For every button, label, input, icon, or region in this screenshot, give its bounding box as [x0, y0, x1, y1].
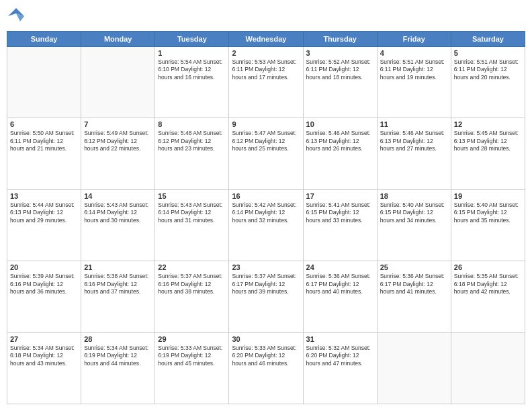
calendar-cell — [377, 332, 451, 404]
day-info: Sunrise: 5:45 AM Sunset: 6:13 PM Dayligh… — [454, 130, 522, 152]
calendar-cell: 27Sunrise: 5:34 AM Sunset: 6:18 PM Dayli… — [7, 332, 81, 404]
day-header-monday: Monday — [81, 32, 155, 47]
day-info: Sunrise: 5:38 AM Sunset: 6:16 PM Dayligh… — [84, 273, 152, 295]
calendar-cell: 31Sunrise: 5:32 AM Sunset: 6:20 PM Dayli… — [303, 332, 377, 404]
calendar-cell: 1Sunrise: 5:54 AM Sunset: 6:10 PM Daylig… — [155, 47, 229, 118]
calendar-cell: 11Sunrise: 5:46 AM Sunset: 6:13 PM Dayli… — [377, 118, 451, 189]
calendar-cell: 4Sunrise: 5:51 AM Sunset: 6:11 PM Daylig… — [377, 47, 451, 118]
day-number: 10 — [306, 120, 374, 128]
day-info: Sunrise: 5:44 AM Sunset: 6:13 PM Dayligh… — [10, 201, 78, 224]
day-header-wednesday: Wednesday — [229, 32, 303, 47]
day-info: Sunrise: 5:36 AM Sunset: 6:17 PM Dayligh… — [306, 273, 374, 295]
day-header-sunday: Sunday — [7, 32, 81, 47]
day-number: 13 — [10, 192, 78, 200]
day-info: Sunrise: 5:47 AM Sunset: 6:12 PM Dayligh… — [232, 130, 300, 152]
calendar-week-2: 6Sunrise: 5:50 AM Sunset: 6:11 PM Daylig… — [7, 118, 525, 189]
day-info: Sunrise: 5:54 AM Sunset: 6:10 PM Dayligh… — [158, 58, 226, 81]
calendar-cell: 26Sunrise: 5:35 AM Sunset: 6:18 PM Dayli… — [451, 261, 525, 332]
calendar-week-4: 20Sunrise: 5:39 AM Sunset: 6:16 PM Dayli… — [7, 261, 525, 332]
day-number: 29 — [158, 335, 226, 343]
day-info: Sunrise: 5:34 AM Sunset: 6:19 PM Dayligh… — [84, 345, 152, 367]
calendar-cell: 18Sunrise: 5:40 AM Sunset: 6:15 PM Dayli… — [377, 189, 451, 261]
calendar-cell: 10Sunrise: 5:46 AM Sunset: 6:13 PM Dayli… — [303, 118, 377, 189]
day-info: Sunrise: 5:35 AM Sunset: 6:18 PM Dayligh… — [454, 273, 522, 295]
day-info: Sunrise: 5:46 AM Sunset: 6:13 PM Dayligh… — [380, 130, 448, 152]
calendar-cell: 6Sunrise: 5:50 AM Sunset: 6:11 PM Daylig… — [7, 118, 81, 189]
day-info: Sunrise: 5:40 AM Sunset: 6:15 PM Dayligh… — [380, 201, 448, 224]
day-number: 4 — [380, 49, 448, 57]
calendar-cell — [451, 332, 525, 404]
calendar-cell: 16Sunrise: 5:42 AM Sunset: 6:14 PM Dayli… — [229, 189, 303, 261]
day-info: Sunrise: 5:51 AM Sunset: 6:11 PM Dayligh… — [380, 58, 448, 81]
calendar-cell: 14Sunrise: 5:43 AM Sunset: 6:14 PM Dayli… — [81, 189, 155, 261]
calendar-cell: 8Sunrise: 5:48 AM Sunset: 6:12 PM Daylig… — [155, 118, 229, 189]
day-number: 5 — [454, 49, 522, 57]
calendar-week-3: 13Sunrise: 5:44 AM Sunset: 6:13 PM Dayli… — [7, 189, 525, 261]
day-info: Sunrise: 5:40 AM Sunset: 6:15 PM Dayligh… — [454, 201, 522, 224]
day-info: Sunrise: 5:34 AM Sunset: 6:18 PM Dayligh… — [10, 345, 78, 367]
day-number: 14 — [84, 192, 152, 200]
day-info: Sunrise: 5:52 AM Sunset: 6:11 PM Dayligh… — [306, 58, 374, 81]
day-info: Sunrise: 5:33 AM Sunset: 6:19 PM Dayligh… — [158, 345, 226, 367]
calendar-cell: 13Sunrise: 5:44 AM Sunset: 6:13 PM Dayli… — [7, 189, 81, 261]
day-number: 6 — [10, 120, 78, 128]
day-number: 26 — [454, 263, 522, 271]
day-number: 28 — [84, 335, 152, 343]
day-number: 7 — [84, 120, 152, 128]
logo-icon — [7, 7, 26, 26]
svg-marker-0 — [8, 8, 24, 16]
calendar-cell: 15Sunrise: 5:43 AM Sunset: 6:14 PM Dayli… — [155, 189, 229, 261]
day-header-tuesday: Tuesday — [155, 32, 229, 47]
calendar-cell: 28Sunrise: 5:34 AM Sunset: 6:19 PM Dayli… — [81, 332, 155, 404]
day-number: 8 — [158, 120, 226, 128]
calendar-cell: 19Sunrise: 5:40 AM Sunset: 6:15 PM Dayli… — [451, 189, 525, 261]
day-info: Sunrise: 5:39 AM Sunset: 6:16 PM Dayligh… — [10, 273, 78, 295]
day-number: 12 — [454, 120, 522, 128]
calendar-cell: 21Sunrise: 5:38 AM Sunset: 6:16 PM Dayli… — [81, 261, 155, 332]
day-info: Sunrise: 5:41 AM Sunset: 6:15 PM Dayligh… — [306, 201, 374, 224]
day-info: Sunrise: 5:36 AM Sunset: 6:17 PM Dayligh… — [380, 273, 448, 295]
day-number: 31 — [306, 335, 374, 343]
day-number: 27 — [10, 335, 78, 343]
day-number: 17 — [306, 192, 374, 200]
calendar-cell: 7Sunrise: 5:49 AM Sunset: 6:12 PM Daylig… — [81, 118, 155, 189]
day-header-friday: Friday — [377, 32, 451, 47]
day-number: 18 — [380, 192, 448, 200]
calendar-cell: 29Sunrise: 5:33 AM Sunset: 6:19 PM Dayli… — [155, 332, 229, 404]
day-header-saturday: Saturday — [451, 32, 525, 47]
calendar-cell — [81, 47, 155, 118]
day-info: Sunrise: 5:37 AM Sunset: 6:16 PM Dayligh… — [158, 273, 226, 295]
day-number: 1 — [158, 49, 226, 57]
day-number: 23 — [232, 263, 300, 271]
day-info: Sunrise: 5:46 AM Sunset: 6:13 PM Dayligh… — [306, 130, 374, 152]
calendar-cell: 12Sunrise: 5:45 AM Sunset: 6:13 PM Dayli… — [451, 118, 525, 189]
calendar-cell: 2Sunrise: 5:53 AM Sunset: 6:11 PM Daylig… — [229, 47, 303, 118]
calendar-cell: 24Sunrise: 5:36 AM Sunset: 6:17 PM Dayli… — [303, 261, 377, 332]
calendar-cell: 22Sunrise: 5:37 AM Sunset: 6:16 PM Dayli… — [155, 261, 229, 332]
day-number: 11 — [380, 120, 448, 128]
calendar-cell: 20Sunrise: 5:39 AM Sunset: 6:16 PM Dayli… — [7, 261, 81, 332]
day-number: 3 — [306, 49, 374, 57]
day-number: 2 — [232, 49, 300, 57]
header — [7, 7, 525, 26]
logo — [7, 7, 28, 26]
calendar-cell: 9Sunrise: 5:47 AM Sunset: 6:12 PM Daylig… — [229, 118, 303, 189]
day-number: 24 — [306, 263, 374, 271]
calendar-header-row: SundayMondayTuesdayWednesdayThursdayFrid… — [7, 32, 525, 47]
day-number: 15 — [158, 192, 226, 200]
calendar-week-5: 27Sunrise: 5:34 AM Sunset: 6:18 PM Dayli… — [7, 332, 525, 404]
day-info: Sunrise: 5:48 AM Sunset: 6:12 PM Dayligh… — [158, 130, 226, 152]
day-number: 30 — [232, 335, 300, 343]
calendar-cell: 30Sunrise: 5:33 AM Sunset: 6:20 PM Dayli… — [229, 332, 303, 404]
page: SundayMondayTuesdayWednesdayThursdayFrid… — [0, 0, 532, 411]
day-info: Sunrise: 5:33 AM Sunset: 6:20 PM Dayligh… — [232, 345, 300, 367]
day-info: Sunrise: 5:51 AM Sunset: 6:11 PM Dayligh… — [454, 58, 522, 81]
day-info: Sunrise: 5:53 AM Sunset: 6:11 PM Dayligh… — [232, 58, 300, 81]
day-info: Sunrise: 5:32 AM Sunset: 6:20 PM Dayligh… — [306, 345, 374, 367]
calendar-cell: 5Sunrise: 5:51 AM Sunset: 6:11 PM Daylig… — [451, 47, 525, 118]
day-number: 19 — [454, 192, 522, 200]
calendar-cell: 17Sunrise: 5:41 AM Sunset: 6:15 PM Dayli… — [303, 189, 377, 261]
day-info: Sunrise: 5:43 AM Sunset: 6:14 PM Dayligh… — [84, 201, 152, 224]
calendar-table: SundayMondayTuesdayWednesdayThursdayFrid… — [7, 31, 525, 404]
day-number: 21 — [84, 263, 152, 271]
